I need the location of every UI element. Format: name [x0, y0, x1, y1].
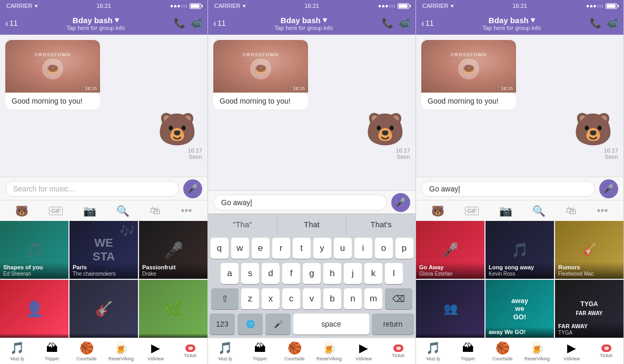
music-tile-1[interactable]: 🎵 Shapes of you Ed Sheeran	[0, 221, 68, 279]
app-trippin-3[interactable]: 🏔 Trippin	[451, 341, 486, 361]
kb-f[interactable]: f	[282, 263, 300, 284]
phone-icon-2[interactable]: 📞	[382, 17, 393, 29]
song-tile-4[interactable]: 👥	[416, 280, 484, 338]
bear-icon-3[interactable]: 🐻	[431, 205, 444, 217]
kb-d[interactable]: d	[262, 263, 280, 284]
kb-l[interactable]: l	[385, 263, 403, 284]
kb-space[interactable]: space	[293, 314, 369, 335]
kb-s[interactable]: s	[241, 263, 259, 284]
app-reserViking-2[interactable]: 🍺 ReserViking	[312, 341, 346, 361]
back-button-2[interactable]: ‹ 11	[213, 18, 226, 29]
song-tile-5[interactable]: awayweGO! away We GO!	[486, 280, 554, 338]
app-muzly-2[interactable]: 🎵 Muz.ly	[208, 341, 243, 361]
bag-icon-3[interactable]: 🛍	[566, 205, 577, 217]
autocomplete-item-2[interactable]: That's	[346, 216, 415, 233]
kb-backspace[interactable]: ⌫	[385, 288, 412, 309]
more-icon-3[interactable]: •••	[597, 205, 608, 217]
autocomplete-item-1[interactable]: That	[278, 216, 347, 233]
header-center-1[interactable]: Bday bash ▾ Tap here for group info	[21, 15, 171, 31]
app-ticket-1[interactable]: 🎟 Ticket	[173, 345, 207, 358]
video-icon-3[interactable]: 📹	[607, 17, 618, 29]
kb-n[interactable]: n	[344, 288, 362, 309]
music-tile-3[interactable]: 🎤 Passionfruit Drake	[139, 221, 207, 279]
kb-w[interactable]: w	[231, 238, 249, 259]
kb-z[interactable]: z	[241, 288, 259, 309]
kb-c[interactable]: c	[282, 288, 300, 309]
kb-g[interactable]: g	[303, 263, 321, 284]
music-tile-6[interactable]: 🌿	[139, 280, 207, 338]
app-ticket-2[interactable]: 🎟 Ticket	[381, 345, 415, 358]
search-icon-3[interactable]: 🔍	[532, 205, 546, 217]
kb-q[interactable]: q	[211, 238, 229, 259]
app-vidview-1[interactable]: ▶ Vidview	[138, 341, 173, 361]
bear-icon-1[interactable]: 🐻	[15, 205, 28, 217]
header-actions-2: 📞 📹	[382, 17, 410, 29]
app-courtside-3[interactable]: 🏀 Courtside	[485, 341, 520, 361]
kb-e[interactable]: e	[252, 238, 270, 259]
song-tile-6[interactable]: TYGAFAR AWAY FAR AWAY TYGA	[555, 280, 623, 338]
kb-u[interactable]: u	[334, 238, 352, 259]
app-courtside-2[interactable]: 🏀 Courtside	[277, 341, 312, 361]
kb-m[interactable]: m	[364, 288, 382, 309]
song-tile-3[interactable]: 🎸 Rumors Fleetwood Mac	[555, 221, 623, 279]
gif-icon-1[interactable]: GIF	[49, 207, 63, 215]
header-center-3[interactable]: Bday bash ▾ Tap here for group info	[437, 15, 587, 31]
kb-mic[interactable]: 🎤	[265, 314, 291, 335]
app-ticket-3[interactable]: 🎟 Ticket	[589, 345, 623, 358]
kb-return[interactable]: return	[372, 314, 414, 335]
app-reserViking-1[interactable]: 🍺 ReserViking	[104, 341, 138, 361]
phone-icon-1[interactable]: 📞	[174, 17, 185, 29]
bag-icon-1[interactable]: 🛍	[150, 205, 161, 217]
music-tile-2[interactable]: 🎶 WESTA Paris The chainsmokers	[70, 221, 138, 279]
more-icon-1[interactable]: •••	[181, 205, 192, 217]
video-icon-2[interactable]: 📹	[399, 17, 410, 29]
song-tile-1[interactable]: 🎤 Go Away Gloria Estefan	[416, 221, 484, 279]
seen-label-2: Seen	[213, 154, 410, 160]
kb-r[interactable]: r	[272, 238, 290, 259]
kb-j[interactable]: j	[344, 263, 362, 284]
kb-b[interactable]: b	[323, 288, 341, 309]
back-button-3[interactable]: ‹ 11	[421, 18, 434, 29]
kb-i[interactable]: i	[354, 238, 372, 259]
mic-button-3[interactable]: 🎤	[599, 179, 618, 198]
app-trippin-2[interactable]: 🏔 Trippin	[243, 341, 278, 361]
kb-num[interactable]: 123	[210, 314, 235, 335]
app-vidview-3[interactable]: ▶ Vidview	[554, 341, 589, 361]
app-vidview-2[interactable]: ▶ Vidview	[346, 341, 381, 361]
music-tile-4[interactable]: 👤	[0, 280, 68, 338]
video-icon-1[interactable]: 📹	[191, 17, 202, 29]
back-button-1[interactable]: ‹ 11	[5, 18, 18, 29]
kb-o[interactable]: o	[375, 238, 393, 259]
header-center-2[interactable]: Bday bash ▾ Tap here for group info	[229, 15, 379, 31]
kb-h[interactable]: h	[323, 263, 341, 284]
camera-icon-1[interactable]: 📷	[83, 205, 96, 217]
autocomplete-item-0[interactable]: "Tha"	[208, 216, 278, 233]
phone-icon-3[interactable]: 📞	[590, 17, 601, 29]
trippin-icon-1: 🏔	[46, 341, 58, 355]
kb-p[interactable]: p	[395, 238, 413, 259]
kb-x[interactable]: x	[262, 288, 280, 309]
search-icon-1[interactable]: 🔍	[116, 205, 130, 217]
app-muzly-1[interactable]: 🎵 Muz.ly	[0, 341, 35, 361]
kb-a[interactable]: a	[221, 263, 239, 284]
song-tile-2[interactable]: 🎵 Long song away Kevin Ross	[486, 221, 554, 279]
reser-label-3: ReserViking	[524, 356, 550, 361]
kb-k[interactable]: k	[364, 263, 382, 284]
music-tile-5[interactable]: 🎸	[70, 280, 138, 338]
kb-shift[interactable]: ⇧	[211, 288, 239, 309]
kb-y[interactable]: y	[313, 238, 331, 259]
kb-v[interactable]: v	[303, 288, 321, 309]
mic-button-2[interactable]: 🎤	[391, 193, 410, 212]
app-trippin-1[interactable]: 🏔 Trippin	[35, 341, 70, 361]
kb-globe[interactable]: 🌐	[237, 314, 263, 335]
app-courtside-1[interactable]: 🏀 Courtside	[69, 341, 104, 361]
message-input-2[interactable]	[213, 195, 387, 210]
app-muzly-3[interactable]: 🎵 Muz.ly	[416, 341, 451, 361]
kb-t[interactable]: t	[293, 238, 311, 259]
gif-icon-3[interactable]: GIF	[465, 207, 479, 215]
search-input-1[interactable]	[5, 181, 179, 197]
message-input-3[interactable]	[421, 181, 595, 197]
camera-icon-3[interactable]: 📷	[499, 205, 512, 217]
mic-button-1[interactable]: 🎤	[183, 179, 202, 198]
app-reserViking-3[interactable]: 🍺 ReserViking	[520, 341, 554, 361]
